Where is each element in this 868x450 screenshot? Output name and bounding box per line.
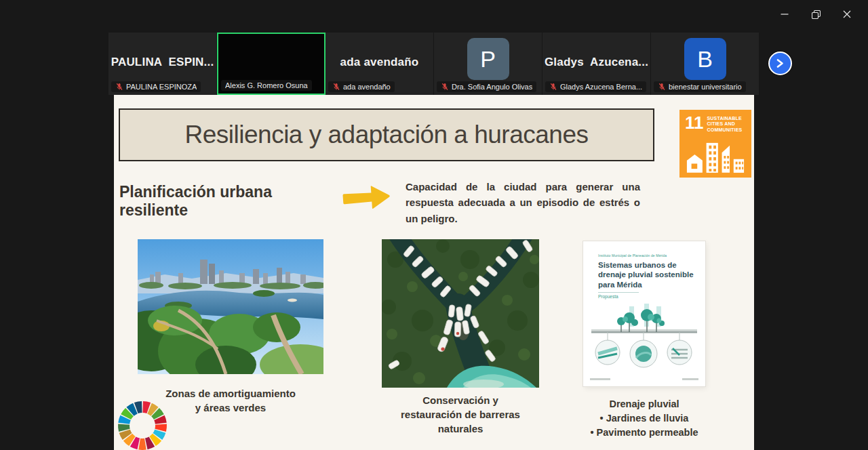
drainage-illustration	[589, 301, 700, 369]
caption-title: Drenaje pluvial	[583, 397, 705, 411]
figure-caption-list: Drenaje pluvial Jardines de lluvia Pavim…	[583, 397, 705, 439]
boats-mangrove-image	[382, 239, 539, 388]
figure-caption: Conservación y restauración de barreras …	[396, 393, 525, 436]
document-footer-text-bar	[682, 378, 698, 380]
participant-name-label: Dra. Sofia Angulo Olivas	[437, 81, 536, 92]
restore-icon	[812, 10, 821, 19]
sdg-wheel-logo	[117, 400, 168, 450]
document-title: Sistemas urbanos de drenaje pluvial sost…	[598, 260, 696, 289]
yellow-arrow-icon	[341, 182, 393, 216]
participant-name-label: Alexis G. Romero Osuna	[221, 80, 312, 91]
close-icon	[843, 10, 851, 18]
participant-name-label: bienestar universitario	[654, 81, 746, 92]
caption-bullet: Pavimento permeable	[583, 426, 705, 439]
participant-tile-paulina[interactable]: PAULINA ESPIN... PAULINA ESPINOZA	[108, 33, 217, 95]
caption-bullet: Jardines de lluvia	[583, 411, 705, 425]
participant-filmstrip: PAULINA ESPIN... PAULINA ESPINOZA Alexis…	[108, 33, 760, 95]
sdg11-badge: 11 SUSTAINABLE CITIES AND COMMUNITIES	[679, 110, 751, 178]
participant-display-name: Gladys Azucena...	[542, 56, 650, 69]
muted-mic-icon	[549, 83, 557, 91]
participant-tile-alexis[interactable]: Alexis G. Romero Osuna	[217, 33, 326, 95]
participant-avatar: P	[467, 38, 509, 80]
participant-name-label: PAULINA ESPINOZA	[111, 81, 201, 92]
close-button[interactable]	[831, 4, 863, 24]
shared-presentation-slide: Resiliencia y adaptación a huracanes 11 …	[114, 95, 754, 450]
document-institution: Instituto Municipal de Planeación de Mér…	[598, 253, 696, 258]
participant-name-label: Gladys Azucena Berna...	[545, 81, 646, 92]
restore-button[interactable]	[800, 4, 831, 24]
participant-tile-sofia[interactable]: P Dra. Sofia Angulo Olivas	[434, 33, 542, 95]
sdg-label: SUSTAINABLE CITIES AND COMMUNITIES	[707, 115, 748, 133]
zoom-meeting-window: PAULINA ESPIN... PAULINA ESPINOZA Alexis…	[0, 0, 868, 450]
chevron-right-icon	[776, 59, 784, 68]
city-buildings-icon	[686, 139, 745, 173]
park-lake-city-image	[138, 239, 323, 374]
muted-mic-icon	[658, 83, 666, 91]
participant-tile-bienestar[interactable]: B bienestar universitario	[651, 33, 760, 95]
document-subtitle: Propuesta	[598, 292, 639, 299]
figure-document-cover: Instituto Municipal de Planeación de Mér…	[583, 241, 705, 386]
figure-park-aerial	[138, 239, 323, 374]
muted-mic-icon	[115, 83, 123, 91]
minimize-button[interactable]	[769, 4, 800, 24]
muted-mic-icon	[441, 83, 449, 91]
slide-title: Resiliencia y adaptación a huracanes	[185, 121, 589, 149]
participant-display-name: PAULINA ESPIN...	[108, 56, 216, 69]
participant-tile-gladys[interactable]: Gladys Azucena... Gladys Azucena Berna..…	[542, 33, 651, 95]
muted-mic-icon	[332, 83, 340, 91]
slide-title-box: Resiliencia y adaptación a huracanes	[119, 108, 654, 161]
next-participants-button[interactable]	[768, 52, 792, 75]
participant-name-label: ada avendaño	[328, 81, 395, 92]
participant-display-name: ada avendaño	[326, 56, 433, 69]
section-heading: Planificación urbana resiliente	[119, 183, 296, 220]
participant-avatar: B	[684, 38, 726, 80]
minimize-icon	[781, 10, 789, 18]
figure-mangrove-boats	[382, 239, 539, 388]
definition-text: Capacidad de la ciudad para generar una …	[406, 179, 640, 226]
window-controls	[769, 4, 863, 24]
figure-caption: Zonas de amortiguamiento y áreas verdes	[163, 386, 298, 415]
sdg-number: 11	[685, 115, 704, 131]
document-footer-text-bar	[590, 378, 610, 380]
participant-tile-ada[interactable]: ada avendaño ada avendaño	[326, 33, 434, 95]
